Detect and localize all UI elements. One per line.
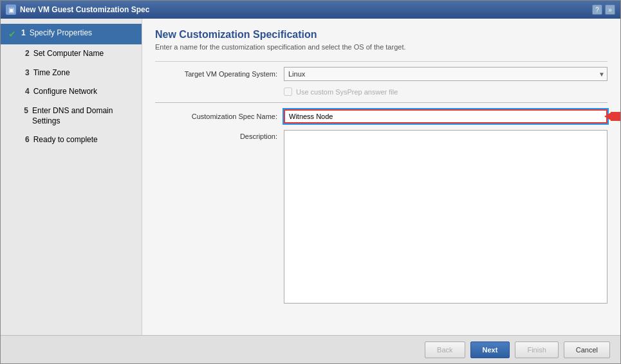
finish-button[interactable]: Finish (515, 341, 558, 358)
page-subtitle: Enter a name for the customization speci… (155, 43, 607, 51)
sidebar-item-set-computer-name[interactable]: 2 Set Computer Name (1, 44, 142, 64)
spec-name-input[interactable] (284, 109, 607, 123)
spec-name-label: Customization Spec Name: (155, 113, 284, 120)
checkmark-icon: ✔ (8, 28, 16, 40)
back-button[interactable]: Back (425, 341, 465, 358)
os-select[interactable]: Linux Windows (284, 67, 607, 81)
step-label-1: Specify Properties (30, 28, 92, 39)
sidebar-item-enter-dns[interactable]: 5 Enter DNS and Domain Settings (1, 102, 142, 131)
spec-name-row: Customization Spec Name: (155, 109, 607, 123)
step-label-3: Time Zone (33, 68, 70, 78)
sysprep-row: Use custom SysPrep answer file (155, 87, 607, 96)
title-bar-controls: ? » (592, 5, 615, 15)
main-content: New Customization Specification Enter a … (142, 19, 620, 335)
top-divider (155, 61, 607, 62)
sidebar-item-ready-complete[interactable]: 6 Ready to complete (1, 131, 142, 150)
os-select-wrapper: Linux Windows ▼ (284, 67, 607, 81)
sidebar-item-configure-network[interactable]: 4 Configure Network (1, 82, 142, 102)
section-divider (155, 102, 607, 103)
page-title: New Customization Specification (155, 29, 607, 41)
desc-row: Description: (155, 130, 607, 304)
title-bar: ▣ New VM Guest Customization Spec ? » (1, 1, 620, 19)
step-label-6: Ready to complete (33, 135, 98, 145)
os-label: Target VM Operating System: (155, 70, 284, 78)
os-row: Target VM Operating System: Linux Window… (155, 67, 607, 81)
sidebar-item-time-zone[interactable]: 3 Time Zone (1, 64, 142, 83)
step-num-5: 5 (24, 106, 28, 116)
step-num-1: 1 (21, 28, 26, 39)
step-label-2: Set Computer Name (33, 49, 104, 59)
step-label-4: Configure Network (33, 87, 97, 97)
next-button[interactable]: Next (470, 341, 510, 358)
step-num-6: 6 (25, 135, 30, 145)
title-bar-left: ▣ New VM Guest Customization Spec (6, 5, 149, 15)
window: ▣ New VM Guest Customization Spec ? » ✔ … (0, 0, 621, 364)
desc-textarea[interactable] (284, 130, 607, 304)
footer: Back Next Finish Cancel (1, 335, 620, 363)
step-label-5: Enter DNS and Domain Settings (32, 106, 134, 126)
window-title: New VM Guest Customization Spec (20, 5, 149, 14)
sysprep-label: Use custom SysPrep answer file (296, 88, 398, 96)
arrow-container (611, 112, 620, 121)
expand-button[interactable]: » (605, 5, 615, 15)
spec-name-input-area (284, 109, 607, 123)
help-button[interactable]: ? (592, 5, 602, 15)
sidebar: ✔ 1 Specify Properties 2 Set Computer Na… (1, 19, 142, 335)
desc-label: Description: (155, 130, 284, 140)
step-num-4: 4 (25, 87, 30, 97)
vm-icon: ▣ (6, 5, 16, 15)
sidebar-item-specify-properties[interactable]: ✔ 1 Specify Properties (1, 24, 142, 44)
step-num-3: 3 (25, 68, 30, 78)
os-dropdown-wrapper: Linux Windows ▼ (284, 67, 607, 81)
step-num-2: 2 (25, 49, 30, 59)
sysprep-checkbox[interactable] (284, 87, 292, 96)
red-arrow-bar (611, 112, 620, 121)
content-area: ✔ 1 Specify Properties 2 Set Computer Na… (1, 19, 620, 335)
red-arrow-head (604, 112, 612, 121)
cancel-button[interactable]: Cancel (564, 341, 610, 358)
